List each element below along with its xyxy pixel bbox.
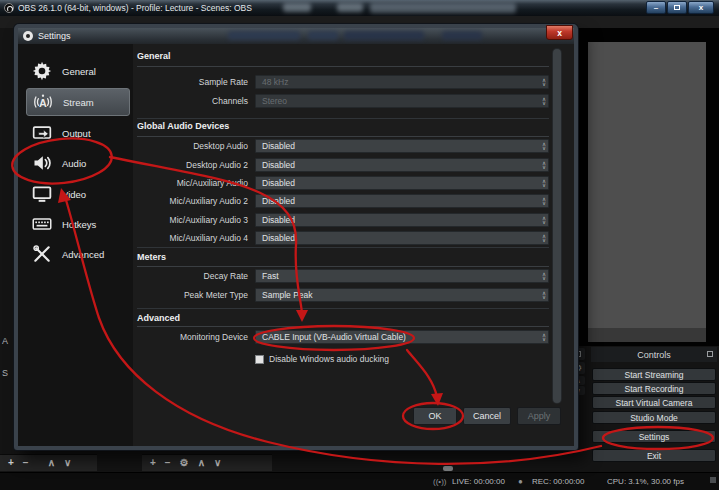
redacted-blob — [283, 3, 311, 12]
divider — [137, 326, 549, 327]
mic-aux-audio-4-select[interactable]: Disabled∧∨ — [255, 231, 549, 245]
redacted-blob — [308, 31, 338, 40]
decay-rate-row: Decay Rate Fast∧∨ — [137, 269, 549, 283]
settings-scrollbar[interactable] — [552, 48, 562, 404]
live-broadcast-icon: ((•)) — [433, 477, 446, 486]
spinner-icon: ∧∨ — [542, 331, 546, 343]
minimize-icon: – — [654, 3, 658, 12]
scene-down-button[interactable]: ∨ — [64, 458, 71, 468]
dialog-close-button[interactable]: x — [546, 25, 573, 40]
scene-up-button[interactable]: ∧ — [48, 458, 55, 468]
obs-logo-icon — [23, 31, 33, 41]
live-timer: LIVE: 00:00:00 — [452, 477, 505, 486]
remove-scene-button[interactable]: − — [23, 458, 29, 468]
section-header-meters: Meters — [137, 252, 166, 262]
channels-row: Channels Stereo ∧∨ — [137, 94, 549, 108]
sidebar-item-advanced[interactable]: Advanced — [26, 240, 130, 268]
section-header-global-audio: Global Audio Devices — [137, 121, 229, 131]
sidebar-item-audio[interactable]: Audio — [26, 149, 130, 177]
channels-select[interactable]: Stereo ∧∨ — [255, 94, 549, 108]
dialog-title: Settings — [38, 31, 71, 41]
tools-icon — [30, 242, 54, 266]
sample-rate-select[interactable]: 48 kHz ∧∨ — [255, 75, 549, 89]
monitor-icon — [30, 182, 54, 206]
sources-toolbar: + − ⚙ ∧ ∨ — [142, 454, 272, 471]
source-up-button[interactable]: ∧ — [198, 458, 205, 468]
maximize-button[interactable] — [667, 1, 687, 14]
sidebar-item-output[interactable]: Output — [26, 119, 130, 147]
desktop-audio-2-row: Desktop Audio 2 Disabled∧∨ — [137, 158, 549, 172]
obs-application-window: OBS 26.1.0 (64-bit, windows) - Profile: … — [0, 0, 719, 490]
disable-ducking-checkbox[interactable] — [255, 355, 264, 364]
stream-antenna-icon: A — [31, 90, 55, 114]
controls-panel-title: Controls — [637, 350, 671, 360]
peak-meter-type-select[interactable]: Sample Peak∧∨ — [255, 288, 549, 302]
mic-aux-audio-3-select[interactable]: Disabled∧∨ — [255, 213, 549, 227]
scenes-toolbar: + − ∧ ∨ — [0, 454, 97, 471]
scrollbar-thumb[interactable] — [553, 49, 561, 403]
start-virtual-camera-button[interactable]: Start Virtual Camera — [592, 396, 716, 409]
settings-button[interactable]: Settings — [592, 430, 716, 443]
rec-timer: REC: 00:00:00 — [532, 477, 584, 486]
divider — [137, 136, 549, 137]
source-properties-gear-button[interactable]: ⚙ — [180, 458, 189, 468]
close-icon: x — [557, 28, 562, 38]
cancel-button[interactable]: Cancel — [463, 407, 511, 425]
decay-rate-select[interactable]: Fast∧∨ — [255, 269, 549, 283]
sidebar-item-hotkeys[interactable]: Hotkeys — [26, 210, 130, 238]
add-source-button[interactable]: + — [150, 458, 156, 468]
spinner-icon: ∧∨ — [542, 140, 546, 152]
close-icon: x — [699, 3, 703, 12]
controls-panel-header: Controls — [591, 347, 717, 362]
desktop-audio-2-select[interactable]: Disabled∧∨ — [255, 158, 549, 172]
apply-button[interactable]: Apply — [517, 407, 561, 425]
sidebar-item-general[interactable]: General — [26, 57, 130, 85]
sidebar-item-video[interactable]: Video — [26, 180, 130, 208]
cpu-fps-status: CPU: 3.1%, 30.00 fps — [607, 477, 684, 486]
start-recording-button[interactable]: Start Recording — [592, 382, 716, 395]
ok-button[interactable]: OK — [413, 407, 457, 425]
minimize-button[interactable]: – — [646, 1, 666, 14]
peak-meter-type-row: Peak Meter Type Sample Peak∧∨ — [137, 288, 549, 302]
remove-source-button[interactable]: − — [165, 458, 171, 468]
spinner-icon: ∧∨ — [542, 195, 546, 207]
sidebar-item-stream[interactable]: A Stream — [26, 88, 130, 116]
add-scene-button[interactable]: + — [8, 458, 14, 468]
exit-button[interactable]: Exit — [592, 449, 716, 462]
mic-aux-audio-select[interactable]: Disabled∧∨ — [255, 176, 549, 190]
spinner-icon: ∧∨ — [542, 177, 546, 189]
gear-icon — [30, 59, 54, 83]
spinner-icon: ∧∨ — [542, 289, 546, 301]
redacted-blob — [228, 31, 300, 40]
settings-dialog: Settings x General A Stream Output — [14, 24, 578, 450]
slider-handle[interactable] — [443, 466, 453, 471]
panel-options-icon[interactable] — [707, 351, 713, 357]
spinner-icon: ∧∨ — [542, 159, 546, 171]
audio-mixer-panel-partial-label: A — [2, 336, 8, 346]
sources-panel-partial-label: S — [2, 368, 8, 378]
preview-capture-window — [588, 42, 706, 328]
divider — [137, 308, 549, 309]
desktop-audio-select[interactable]: Disabled∧∨ — [255, 139, 549, 153]
divider — [137, 266, 549, 267]
close-button[interactable]: x — [688, 1, 714, 14]
mic-aux-audio-2-row: Mic/Auxiliary Audio 2 Disabled∧∨ — [137, 194, 549, 208]
divider — [137, 66, 549, 67]
studio-mode-button[interactable]: Studio Mode — [592, 411, 716, 424]
monitoring-device-row: Monitoring Device CABLE Input (VB-Audio … — [137, 330, 549, 344]
mic-aux-audio-4-row: Mic/Auxiliary Audio 4 Disabled∧∨ — [137, 231, 549, 245]
redacted-blob — [442, 31, 482, 40]
section-header-advanced: Advanced — [137, 313, 180, 323]
sample-rate-row: Sample Rate 48 kHz ∧∨ — [137, 75, 549, 89]
svg-text:A: A — [39, 97, 47, 109]
start-streaming-button[interactable]: Start Streaming — [592, 368, 716, 381]
source-down-button[interactable]: ∨ — [214, 458, 221, 468]
window-title: OBS 26.1.0 (64-bit, windows) - Profile: … — [18, 3, 252, 13]
monitoring-device-select[interactable]: CABLE Input (VB-Audio Virtual Cable)∧∨ — [255, 330, 549, 344]
resize-grip[interactable] — [710, 477, 716, 483]
spinner-icon: ∧∨ — [542, 214, 546, 226]
obs-logo-icon — [4, 3, 14, 13]
audio-ducking-row: Disable Windows audio ducking — [137, 352, 549, 366]
mic-aux-audio-2-select[interactable]: Disabled∧∨ — [255, 194, 549, 208]
status-bar: ((•)) LIVE: 00:00:00 ● REC: 00:00:00 CPU… — [0, 472, 719, 490]
